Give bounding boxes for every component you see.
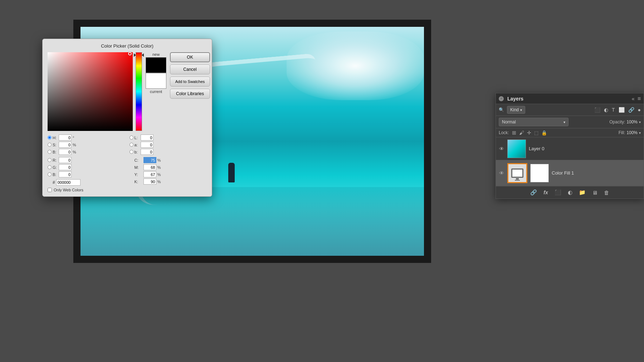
radio-s[interactable] — [48, 143, 52, 147]
radio-g[interactable] — [48, 165, 52, 169]
kind-arrow-icon: ▾ — [520, 108, 522, 112]
layers-title: Layers — [507, 96, 632, 102]
opacity-label: Opacity: — [609, 119, 625, 124]
search-icon: 🔍 — [499, 107, 504, 112]
input-l[interactable] — [141, 134, 153, 141]
input-s[interactable] — [59, 142, 72, 148]
adjustment-layer-icon[interactable]: ◐ — [568, 189, 572, 196]
layers-panel: ✕ Layers « ≡ 🔍 Kind ▾ ⬛ ◐ T ⬜ 🔗 ● Normal… — [496, 93, 644, 199]
lock-icons: ⊞ 🖌 ✛ ⬚ 🔒 — [512, 130, 547, 136]
label-b: B: — [53, 150, 58, 154]
color-libraries-button[interactable]: Color Libraries — [170, 89, 210, 99]
layer-0-thumbnail — [507, 140, 526, 158]
opacity-arrow-icon[interactable]: ▾ — [639, 120, 641, 124]
cp-row-b2: B: — [48, 171, 125, 177]
smart-filter-icon[interactable]: 🔗 — [628, 107, 634, 113]
new-label: new — [152, 52, 160, 57]
gradient-cursor — [128, 52, 132, 55]
layer-fill-visibility-icon[interactable]: 👁 — [499, 170, 504, 176]
input-y[interactable] — [143, 171, 156, 177]
unit-b: % — [73, 150, 77, 154]
input-r[interactable] — [59, 157, 72, 163]
input-b[interactable] — [59, 149, 72, 155]
opacity-group: Opacity: 100% ▾ — [609, 119, 641, 124]
radio-r[interactable] — [48, 158, 52, 162]
kind-label: Kind — [510, 107, 519, 112]
input-h[interactable] — [59, 134, 72, 141]
input-c[interactable] — [143, 157, 156, 163]
group-layers-icon[interactable]: 📁 — [579, 189, 586, 196]
layer-0-name: Layer 0 — [529, 146, 544, 151]
radio-l[interactable] — [130, 136, 133, 140]
filter-icons: ⬛ ◐ T ⬜ 🔗 ● — [594, 107, 641, 113]
link-layers-icon[interactable]: 🔗 — [530, 189, 537, 196]
color-picker-dialog: Color Picker (Solid Color) new current — [42, 39, 212, 197]
ok-button[interactable]: OK — [170, 52, 210, 62]
kind-dropdown[interactable]: Kind ▾ — [507, 106, 525, 114]
new-layer-icon[interactable]: 🖥 — [592, 190, 597, 196]
delete-layer-icon[interactable]: 🗑 — [604, 190, 609, 196]
blend-mode-dropdown[interactable]: Normal ▾ — [499, 118, 569, 126]
radio-b[interactable] — [48, 150, 52, 154]
only-web-colors-row: Only Web Colors — [48, 188, 207, 192]
input-g[interactable] — [59, 164, 72, 170]
adjustment-filter-icon[interactable]: ◐ — [604, 107, 608, 113]
cp-row-k: K: % — [130, 178, 207, 185]
lock-fill-row: Lock: ⊞ 🖌 ✛ ⬚ 🔒 Fill: 100% ▾ — [496, 128, 644, 137]
type-filter-icon[interactable]: T — [612, 107, 615, 113]
kind-row: 🔍 Kind ▾ ⬛ ◐ T ⬜ 🔗 ● — [496, 104, 644, 116]
color-gradient-picker[interactable] — [48, 52, 133, 131]
panel-menu-icon[interactable]: ≡ — [638, 96, 641, 102]
close-icon: ✕ — [500, 97, 503, 100]
label-s: S: — [53, 143, 58, 147]
lock-position-icon[interactable]: ✛ — [527, 130, 531, 136]
hex-input[interactable] — [56, 179, 80, 186]
fill-arrow-icon[interactable]: ▾ — [639, 131, 641, 135]
collapse-icon[interactable]: « — [632, 96, 635, 102]
only-web-colors-label: Only Web Colors — [54, 188, 83, 192]
label-k: K: — [135, 180, 142, 184]
label-h: H: — [53, 136, 58, 140]
layer-0-visibility-icon[interactable]: 👁 — [499, 146, 504, 152]
lock-all-icon[interactable]: 🔒 — [541, 130, 547, 136]
add-to-swatches-button[interactable]: Add to Swatches — [170, 77, 210, 87]
fx-icon[interactable]: fx — [543, 190, 548, 195]
layer-mask-icon[interactable]: ⬛ — [555, 189, 561, 196]
label-a: a: — [135, 143, 140, 147]
radio-b2[interactable] — [48, 172, 52, 176]
only-web-colors-checkbox[interactable] — [48, 188, 52, 192]
input-m[interactable] — [143, 164, 156, 170]
input-k[interactable] — [143, 178, 156, 185]
cp-row-s: S: % — [48, 142, 125, 148]
lock-label: Lock: — [499, 130, 509, 135]
fill-label: Fill: — [619, 130, 625, 135]
radio-h[interactable] — [48, 136, 52, 140]
input-b3[interactable] — [141, 149, 153, 155]
cp-row-g: G: — [48, 164, 125, 170]
new-color-swatch — [146, 57, 166, 73]
color-picker-title: Color Picker (Solid Color) — [48, 43, 207, 49]
radio-b3[interactable] — [130, 150, 133, 154]
label-b2: B: — [53, 172, 58, 177]
lock-artboard-icon[interactable]: ⬚ — [534, 130, 538, 136]
input-b2[interactable] — [59, 171, 72, 177]
input-a[interactable] — [141, 142, 153, 148]
layer-item-fill[interactable]: 👁 Color Fill 1 — [496, 160, 644, 186]
radio-a[interactable] — [130, 143, 133, 147]
fill-group: Fill: 100% ▾ — [619, 130, 641, 135]
lock-image-icon[interactable]: 🖌 — [519, 130, 524, 136]
shape-filter-icon[interactable]: ⬜ — [619, 107, 625, 113]
fill-value[interactable]: 100% — [626, 130, 638, 135]
hue-indicator — [142, 53, 144, 57]
pixel-filter-icon[interactable]: ⬛ — [594, 107, 600, 113]
cp-left-fields: H: ° S: % B: % R: — [48, 134, 125, 186]
layer-item-0[interactable]: 👁 Layer 0 — [496, 137, 644, 160]
label-m: M: — [135, 165, 142, 170]
current-label: current — [150, 89, 162, 94]
hue-slider[interactable] — [136, 52, 142, 131]
cancel-button[interactable]: Cancel — [170, 64, 210, 74]
opacity-value[interactable]: 100% — [626, 119, 638, 124]
lock-transparent-icon[interactable]: ⊞ — [512, 130, 516, 136]
layers-close-button[interactable]: ✕ — [499, 96, 504, 101]
cp-hex-row: # — [48, 179, 125, 186]
